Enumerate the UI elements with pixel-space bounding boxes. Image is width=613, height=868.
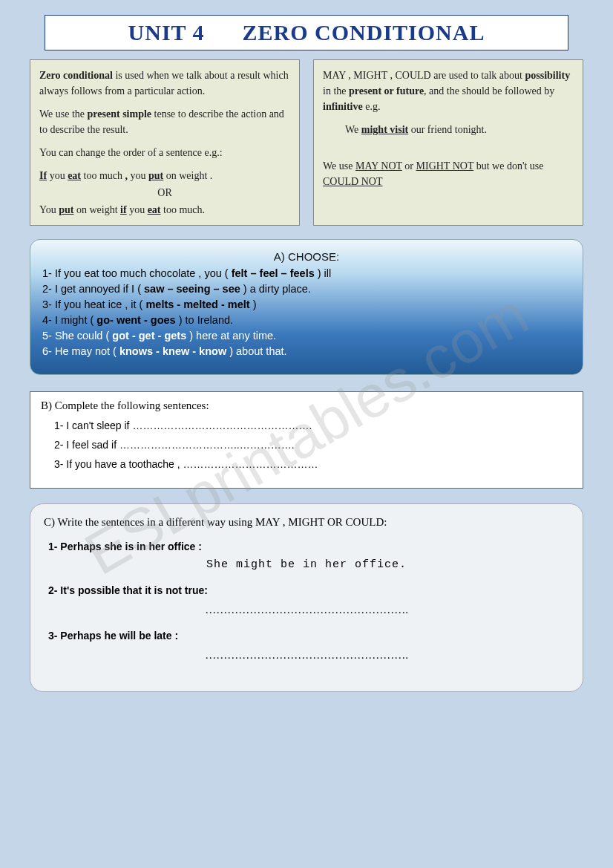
a-q5: 5- She could ( got - get - gets ) here a… (42, 330, 571, 342)
info-box-left: Zero conditional is used when we talk ab… (30, 59, 300, 226)
c-q2: 2- It's possible that it is not true: (48, 584, 569, 596)
b-q2: 2- I feel sad if ……………………………..……………. (54, 439, 572, 451)
left-p3: You can change the order of a sentence e… (39, 145, 290, 160)
section-c-head: C) Write the sentences in a different wa… (44, 516, 569, 529)
a-q1: 1- If you eat too much chocolate , you (… (42, 267, 571, 279)
c-dots2: ………………………………………………. (44, 604, 569, 616)
c-a1: She might be in her office. (44, 558, 569, 571)
right-p1: MAY , MIGHT , COULD are used to talk abo… (323, 68, 574, 114)
section-a-head: A) CHOOSE: (42, 250, 571, 263)
c-q1: 1- Perhaps she is in her office : (48, 541, 569, 552)
a-q6: 6- He may not ( knows - knew - know ) ab… (42, 345, 571, 357)
left-p5: You put on weight if you eat too much. (39, 202, 290, 218)
info-row: Zero conditional is used when we talk ab… (30, 59, 583, 226)
section-c: C) Write the sentences in a different wa… (30, 503, 583, 692)
section-b: B) Complete the following sentences: 1- … (30, 391, 583, 489)
c-q3: 3- Perhaps he will be late : (48, 630, 569, 642)
unit-label: UNIT 4 (128, 20, 205, 45)
info-box-right: MAY , MIGHT , COULD are used to talk abo… (313, 59, 583, 226)
b-q3: 3- If you have a toothache , ……………………………… (54, 458, 572, 470)
a-q4: 4- I might ( go- went - goes ) to Irelan… (42, 314, 571, 326)
b-q1: 1- I can't sleep if ……………………………………………. (54, 420, 572, 431)
topic-label: ZERO CONDITIONAL (243, 20, 485, 45)
section-a: A) CHOOSE: 1- If you eat too much chocol… (30, 239, 583, 375)
page-title: UNIT 4 ZERO CONDITIONAL (45, 20, 568, 45)
a-q3: 3- If you heat ice , it ( melts - melted… (42, 298, 571, 310)
right-p2: We use MAY NOT or MIGHT NOT but we don't… (323, 158, 574, 189)
left-p4: If you eat too much , you put on weight … (39, 168, 290, 183)
section-b-head: B) Complete the following sentences: (41, 399, 572, 412)
title-box: UNIT 4 ZERO CONDITIONAL (45, 15, 568, 50)
c-dots3: ………………………………………………. (44, 649, 569, 662)
left-or: OR (39, 185, 290, 200)
left-p2: We use the present simple tense to descr… (39, 106, 290, 137)
left-p1: Zero conditional is used when we talk ab… (39, 68, 290, 99)
a-q2: 2- I get annoyed if I ( saw – seeing – s… (42, 283, 571, 295)
right-example: We might visit our friend tonight. (323, 122, 574, 137)
